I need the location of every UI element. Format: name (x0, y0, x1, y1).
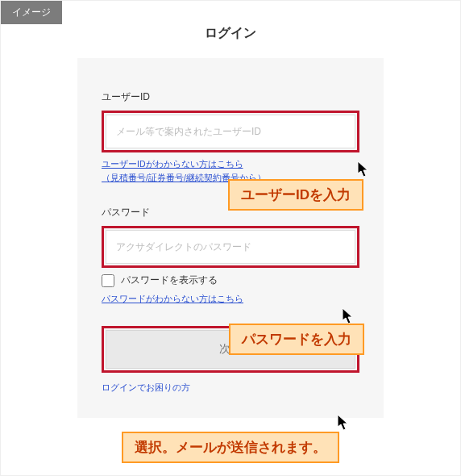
password-highlight (102, 226, 359, 268)
password-input[interactable] (106, 230, 355, 264)
user-id-input[interactable] (106, 115, 355, 148)
show-password-label: パスワードを表示する (121, 274, 218, 286)
callout-user-id: ユーザーIDを入力 (228, 179, 363, 211)
login-trouble-link[interactable]: ログインでお困りの方 (102, 382, 359, 394)
user-id-group: ユーザーID ユーザーIDがわからない方はこちら（見積番号/証券番号/継続契約番… (102, 90, 359, 185)
callout-submit: 選択。メールが送信されます。 (122, 432, 339, 463)
callout-password: パスワードを入力 (229, 324, 364, 355)
password-help-link[interactable]: パスワードがわからない方はこちら (102, 292, 359, 306)
login-panel: ユーザーID ユーザーIDがわからない方はこちら（見積番号/証券番号/継続契約番… (77, 58, 384, 418)
show-password-row: パスワードを表示する (102, 274, 359, 287)
user-id-highlight (102, 111, 359, 152)
user-id-label: ユーザーID (102, 90, 359, 104)
show-password-checkbox[interactable] (102, 274, 114, 287)
password-group: パスワード パスワードを表示する パスワードがわからない方はこちら (102, 206, 359, 306)
image-badge: イメージ (1, 1, 62, 24)
page-title: ログイン (1, 1, 460, 58)
